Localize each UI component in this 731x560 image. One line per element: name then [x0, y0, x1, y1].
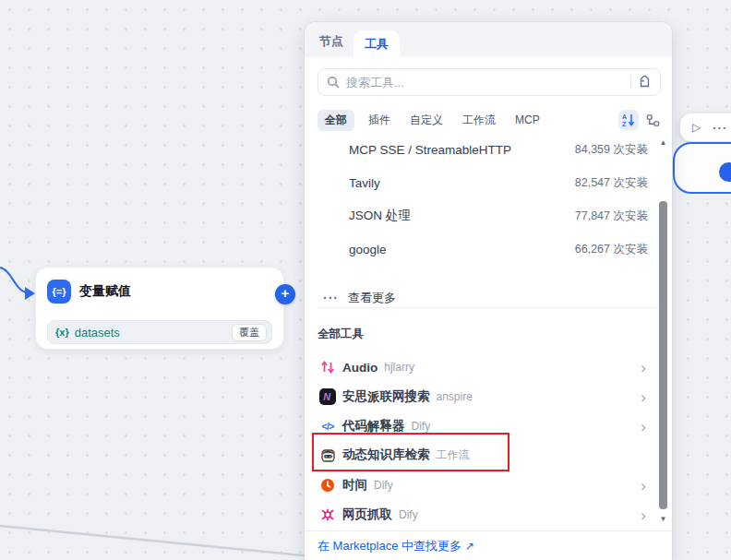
trending-item[interactable]: JSON 处理 77,847 次安装: [305, 205, 648, 227]
clock-icon: [319, 477, 336, 494]
tool-item-time[interactable]: 时间 Dify ›: [305, 472, 655, 498]
add-node-button[interactable]: +: [275, 284, 295, 304]
code-icon: </>: [319, 418, 336, 435]
variable-icon: {x}: [55, 327, 69, 338]
tab-tools[interactable]: 工具: [354, 30, 400, 57]
tool-author: hjlarry: [384, 361, 414, 374]
tool-item-anspire[interactable]: N 安思派联网搜索 anspire ›: [305, 384, 655, 410]
anspire-icon: N: [319, 388, 336, 405]
tool-name: 安思派联网搜索: [342, 388, 430, 405]
show-more-label: 查看更多: [348, 290, 396, 306]
trending-item[interactable]: MCP SSE / StreamableHTTP 84,359 次安装: [305, 138, 648, 161]
tools-panel: 节点 工具 全部 插件 自定义 工作流 MCP: [305, 22, 672, 560]
tool-author: Dify: [412, 420, 431, 433]
robot-icon: [319, 447, 336, 463]
variable-name: datasets: [75, 326, 226, 340]
tool-author: 工作流: [437, 447, 470, 463]
filter-mcp[interactable]: MCP: [513, 111, 542, 129]
tool-item-code-interpreter[interactable]: </> 代码解释器 Dify ›: [305, 413, 655, 439]
tree-view-icon[interactable]: [642, 110, 663, 130]
tool-name: 动态知识库检索: [342, 447, 430, 463]
audio-icon: [319, 359, 336, 375]
filter-plugins[interactable]: 插件: [366, 110, 392, 131]
tool-author: Dify: [374, 479, 393, 492]
section-title: 全部工具: [318, 327, 364, 342]
tool-name: 代码解释器: [342, 418, 405, 435]
variable-assigner-node[interactable]: {=} 变量赋值 + {x} datasets 覆盖: [35, 267, 284, 350]
show-more-button[interactable]: ··· 查看更多: [323, 290, 396, 306]
tool-name: 网页抓取: [342, 506, 392, 523]
panel-tab-bar: 节点 工具: [305, 22, 672, 57]
search-input[interactable]: [346, 76, 624, 89]
scrollbar-thumb[interactable]: [659, 201, 667, 509]
install-count: 82,547 次安装: [575, 175, 648, 191]
scrollbar[interactable]: ▲ ▼: [657, 138, 669, 554]
chevron-right-icon: ›: [641, 478, 646, 494]
search-icon: [327, 76, 340, 89]
sort-az-icon[interactable]: A Z: [618, 110, 639, 130]
node-variable-row[interactable]: {x} datasets 覆盖: [47, 320, 272, 344]
chevron-right-icon: ›: [641, 507, 646, 523]
install-count: 66,267 次安装: [575, 242, 648, 257]
tool-item-audio[interactable]: Audio hjlarry ›: [305, 354, 655, 380]
filter-workflow[interactable]: 工作流: [461, 110, 497, 131]
chevron-right-icon: ›: [641, 389, 646, 405]
filter-all[interactable]: 全部: [318, 110, 354, 131]
tag-filter-icon[interactable]: [638, 76, 652, 89]
overwrite-badge: 覆盖: [232, 324, 267, 341]
scroll-up-arrow[interactable]: ▲: [657, 138, 669, 147]
tool-item-web-scraper[interactable]: 网页抓取 Dify ›: [305, 502, 655, 528]
chevron-right-icon: ›: [641, 360, 646, 375]
svg-text:N: N: [323, 391, 331, 402]
trending-name: MCP SSE / StreamableHTTP: [349, 143, 575, 157]
variable-assigner-icon: {=}: [47, 280, 71, 304]
trending-name: google: [349, 243, 575, 256]
tool-item-dynamic-kb-retrieval[interactable]: 动态知识库检索 工作流: [305, 442, 655, 468]
tool-name: 时间: [342, 477, 367, 494]
trending-name: Tavily: [349, 176, 575, 190]
external-link-icon: ↗: [465, 540, 474, 553]
search-box[interactable]: [318, 68, 661, 96]
svg-text:Z: Z: [622, 121, 627, 127]
workflow-canvas[interactable]: {=} 变量赋值 + {x} datasets 覆盖 ▷ ··· 节点 工具: [0, 0, 731, 560]
trending-item[interactable]: google 66,267 次安装: [305, 238, 648, 260]
spider-icon: [319, 506, 336, 523]
node-floating-toolbar: ▷ ···: [680, 113, 731, 141]
more-icon[interactable]: ···: [713, 121, 727, 135]
ellipsis-icon: ···: [323, 291, 339, 305]
install-count: 84,359 次安装: [575, 142, 648, 158]
divider: [630, 76, 631, 89]
trending-name: JSON 处理: [349, 208, 575, 224]
tool-author: anspire: [437, 390, 473, 403]
node-title: 变量赋值: [79, 283, 131, 300]
install-count: 77,847 次安装: [575, 209, 648, 224]
trending-item[interactable]: Tavily 82,547 次安装: [305, 172, 648, 194]
svg-text:A: A: [622, 113, 627, 120]
divider: [318, 307, 659, 308]
scroll-down-arrow[interactable]: ▼: [657, 515, 669, 523]
panel-footer: 在 Marketplace 中查找更多 ↗: [305, 530, 672, 560]
marketplace-link[interactable]: 在 Marketplace 中查找更多: [318, 538, 461, 554]
filter-custom[interactable]: 自定义: [408, 110, 445, 131]
play-icon[interactable]: ▷: [692, 121, 701, 134]
filter-row: 全部 插件 自定义 工作流 MCP A Z: [318, 109, 663, 131]
chevron-right-icon: ›: [641, 419, 646, 435]
tool-author: Dify: [399, 508, 418, 521]
tool-name: Audio: [342, 361, 377, 375]
tab-nodes[interactable]: 节点: [319, 33, 343, 50]
